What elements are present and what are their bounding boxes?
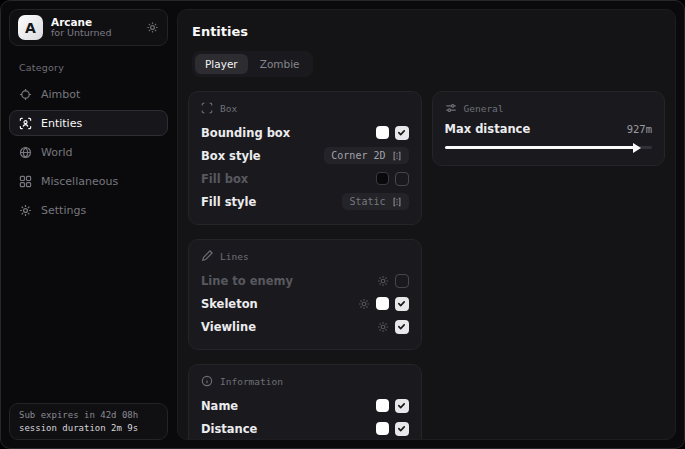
config-gear-icon[interactable] <box>377 321 389 333</box>
app-logo-card: A Arcane for Unturned <box>9 9 168 46</box>
sidebar-item-aimbot[interactable]: Aimbot <box>9 81 168 107</box>
setting-row-viewline: Viewline <box>201 316 409 337</box>
content-columns: Box Bounding box Box style <box>188 91 665 440</box>
color-swatch[interactable] <box>376 172 389 185</box>
dropdown-value: Static <box>349 196 385 207</box>
sidebar-item-world[interactable]: World <box>9 139 168 165</box>
lines-section-header: Lines <box>201 250 409 262</box>
color-swatch[interactable] <box>376 399 389 412</box>
sidebar-item-entities[interactable]: Entities <box>9 110 168 136</box>
section-title: Lines <box>220 251 249 262</box>
slider-fill <box>445 146 636 149</box>
setting-row-bounding-box: Bounding box <box>201 122 409 143</box>
setting-label: Fill style <box>201 195 342 209</box>
dropdown-value: Corner 2D <box>331 150 385 161</box>
skeleton-checkbox[interactable] <box>395 297 409 311</box>
max-distance-row: Max distance 927m <box>445 122 653 136</box>
tab-zombie[interactable]: Zombie <box>250 54 310 74</box>
information-section-header: Information <box>201 375 409 387</box>
left-column: Box Bounding box Box style <box>188 91 422 440</box>
scan-box-icon <box>201 102 213 114</box>
box-section-card: Box Bounding box Box style <box>188 91 422 225</box>
line-to-enemy-checkbox[interactable] <box>395 274 409 288</box>
setting-row-fill-style: Fill style Static <box>201 191 409 212</box>
color-swatch[interactable] <box>376 126 389 139</box>
app-title-block: Arcane for Unturned <box>51 16 138 39</box>
slider-thumb[interactable] <box>633 143 641 153</box>
sidebar-item-label: Miscellaneous <box>41 175 118 188</box>
select-icon <box>392 197 402 207</box>
setting-row-name: Name <box>201 395 409 416</box>
max-distance-slider[interactable] <box>445 141 653 153</box>
sidebar-item-settings[interactable]: Settings <box>9 197 168 223</box>
session-duration-text: session duration 2m 9s <box>19 423 158 433</box>
category-label: Category <box>19 62 168 73</box>
app-window: A Arcane for Unturned Category <box>0 0 685 449</box>
max-distance-value: 927m <box>627 123 652 135</box>
setting-label: Fill box <box>201 172 376 186</box>
name-checkbox[interactable] <box>395 399 409 413</box>
fill-box-checkbox[interactable] <box>395 172 409 186</box>
setting-row-skeleton: Skeleton <box>201 293 409 314</box>
setting-label: Skeleton <box>201 297 358 311</box>
setting-row-distance: Distance <box>201 418 409 439</box>
general-section-header: General <box>445 102 653 114</box>
color-swatch[interactable] <box>376 422 389 435</box>
setting-label: Max distance <box>445 122 627 136</box>
setting-row-line-to-enemy: Line to enemy <box>201 270 409 291</box>
main-panel: Entities Player Zombie Box <box>177 9 676 440</box>
information-section-card: Information Name Distance <box>188 364 422 440</box>
sub-expiry-text: Sub expires in 42d 08h <box>19 410 158 420</box>
section-title: General <box>464 103 504 114</box>
sidebar-item-label: World <box>41 146 73 159</box>
page-title: Entities <box>192 24 665 39</box>
setting-label: Name <box>201 399 376 413</box>
settings-gear-icon[interactable] <box>146 21 159 34</box>
app-logo: A <box>18 15 43 40</box>
setting-label: Line to enemy <box>201 274 377 288</box>
setting-label: Box style <box>201 149 324 163</box>
scan-entities-icon <box>19 117 32 130</box>
box-style-dropdown[interactable]: Corner 2D <box>324 147 408 164</box>
info-icon <box>201 375 213 387</box>
app-subtitle: for Unturned <box>51 28 138 39</box>
select-icon <box>392 151 402 161</box>
setting-label: Viewline <box>201 320 377 334</box>
setting-label: Distance <box>201 422 376 436</box>
grid-icon <box>19 175 32 188</box>
sidebar: A Arcane for Unturned Category <box>1 1 176 448</box>
setting-row-fill-box: Fill box <box>201 168 409 189</box>
sidebar-nav: Aimbot Entities <box>9 81 168 223</box>
crosshair-icon <box>19 88 32 101</box>
config-gear-icon[interactable] <box>377 275 389 287</box>
distance-checkbox[interactable] <box>395 422 409 436</box>
setting-row-box-style: Box style Corner 2D <box>201 145 409 166</box>
lines-section-card: Lines Line to enemy <box>188 239 422 350</box>
globe-icon <box>19 146 32 159</box>
pencil-line-icon <box>201 250 213 262</box>
config-gear-icon[interactable] <box>358 298 370 310</box>
setting-label: Bounding box <box>201 126 376 140</box>
color-swatch[interactable] <box>376 297 389 310</box>
sidebar-item-label: Aimbot <box>41 88 80 101</box>
viewline-checkbox[interactable] <box>395 320 409 334</box>
right-column: General Max distance 927m <box>432 91 666 440</box>
sidebar-item-label: Entities <box>41 117 82 130</box>
bounding-box-checkbox[interactable] <box>395 126 409 140</box>
general-section-card: General Max distance 927m <box>432 91 666 166</box>
section-title: Information <box>220 376 283 387</box>
sidebar-item-label: Settings <box>41 204 86 217</box>
box-section-header: Box <box>201 102 409 114</box>
sidebar-spacer <box>9 223 168 403</box>
section-title: Box <box>220 103 237 114</box>
tab-player[interactable]: Player <box>195 54 248 74</box>
subscription-card: Sub expires in 42d 08h session duration … <box>9 403 168 440</box>
sidebar-item-miscellaneous[interactable]: Miscellaneous <box>9 168 168 194</box>
fill-style-dropdown[interactable]: Static <box>342 193 408 210</box>
sliders-icon <box>445 102 457 114</box>
gear-icon <box>19 204 32 217</box>
entity-tabs: Player Zombie <box>192 51 313 77</box>
